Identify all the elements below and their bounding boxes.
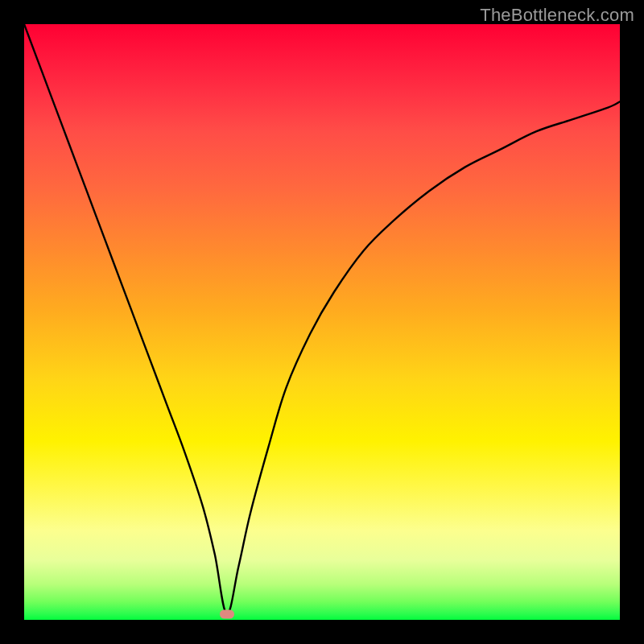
attribution-text: TheBottleneck.com: [480, 5, 634, 26]
curve-path: [24, 24, 620, 614]
plot-area: [24, 24, 620, 620]
bottleneck-curve: [24, 24, 620, 620]
chart-frame: TheBottleneck.com: [0, 0, 644, 644]
minimum-marker: [220, 609, 234, 618]
